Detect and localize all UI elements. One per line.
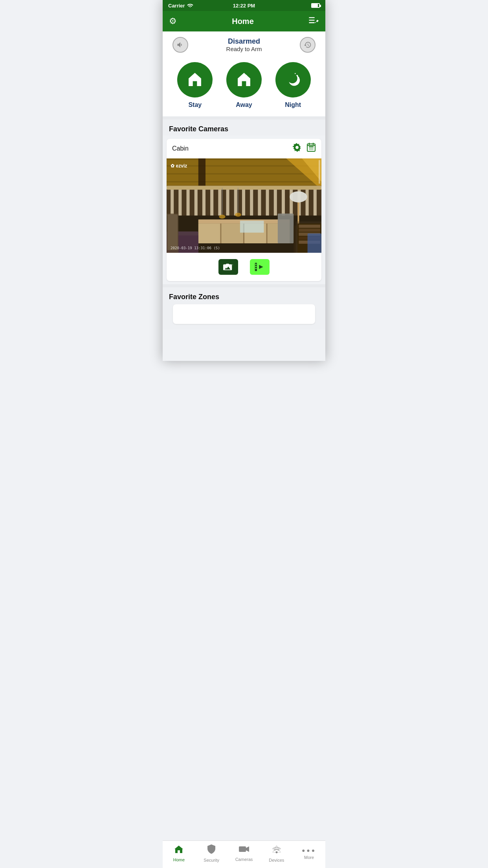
status-bar-left: Carrier [168,3,193,9]
camera-feed-image: ✿ ezviz 2020-03-19 13:31:06 (S) [167,158,321,253]
svg-rect-12 [309,146,314,147]
svg-rect-26 [187,187,190,217]
svg-rect-74 [319,160,320,184]
wifi-icon [187,3,193,9]
svg-rect-32 [234,187,237,217]
svg-point-8 [295,73,296,74]
section-divider-2 [163,284,325,287]
status-bar-right [311,3,320,8]
svg-rect-48 [221,223,243,243]
svg-rect-1 [309,17,315,18]
svg-rect-2 [309,20,315,20]
svg-point-4 [193,76,197,79]
svg-rect-3 [309,22,315,23]
playback-button[interactable] [250,259,270,275]
svg-rect-38 [282,187,285,217]
away-button[interactable]: Away [226,62,262,108]
history-icon[interactable] [300,37,316,53]
camera-calendar-icon[interactable] [306,143,316,154]
svg-rect-25 [178,187,182,217]
svg-rect-39 [290,187,293,217]
favorite-zones-title: Favorite Zones [169,293,319,301]
ezviz-logo: ✿ ezviz [171,163,187,169]
camera-actions [167,253,321,281]
svg-rect-29 [210,187,213,217]
away-icon-circle [226,62,262,97]
svg-rect-43 [167,186,321,189]
section-divider-1 [163,116,325,120]
camera-card-cabin: Cabin [167,139,321,281]
svg-rect-33 [242,187,245,217]
svg-text:2020-03-19 13:31:06   (S): 2020-03-19 13:31:06 (S) [171,246,220,250]
edit-list-icon[interactable] [309,16,319,27]
svg-point-55 [235,213,241,217]
svg-rect-51 [278,213,294,243]
alarm-status-label: Disarmed [190,37,298,46]
sound-icon[interactable] [172,37,188,53]
arm-buttons-section: Stay Away [163,58,325,116]
battery-icon [311,3,320,8]
favorite-cameras-section: Favorite Cameras [163,120,325,136]
svg-rect-70 [167,214,178,250]
favorite-zones-section: Favorite Zones [163,287,325,329]
carrier-label: Carrier [168,3,185,9]
status-bar: Carrier 12:22 PM [163,0,325,11]
settings-icon[interactable]: ⚙ [169,16,177,26]
camera-settings-icon[interactable] [292,143,302,154]
night-button[interactable]: Night [275,62,311,108]
camera-name: Cabin [172,145,189,152]
svg-rect-37 [274,187,277,217]
svg-rect-35 [258,187,261,217]
header: ⚙ Home [163,11,325,31]
alarm-sound-control[interactable] [171,37,190,53]
away-label: Away [236,101,252,108]
page-title: Home [232,17,254,26]
svg-rect-31 [226,187,229,217]
camera-card-header: Cabin [167,139,321,158]
snapshot-button[interactable] [218,259,238,275]
svg-point-9 [298,77,299,78]
favorite-cameras-title: Favorite Cameras [169,125,319,133]
stay-button[interactable]: Stay [177,62,213,108]
svg-rect-80 [255,266,257,267]
svg-rect-79 [255,264,257,265]
alarm-history-control[interactable] [298,37,317,53]
svg-rect-30 [218,187,221,217]
svg-rect-27 [194,187,198,217]
svg-text:✿ ezviz: ✿ ezviz [171,163,187,169]
svg-rect-36 [266,187,269,217]
svg-point-7 [296,75,298,77]
svg-point-53 [219,215,225,219]
svg-rect-41 [306,187,309,217]
alarm-status-center: Disarmed Ready to Arm [190,37,298,52]
camera-feed[interactable]: ✿ ezviz 2020-03-19 13:31:06 (S) [167,158,321,253]
svg-rect-28 [202,187,205,217]
stay-label: Stay [188,101,202,108]
night-icon-circle [275,62,311,97]
status-bar-time: 12:22 PM [233,3,255,9]
svg-rect-71 [308,234,321,253]
svg-rect-24 [171,187,174,217]
zones-card [173,304,315,324]
svg-rect-81 [255,268,257,269]
camera-card-icons [292,143,316,154]
svg-point-5 [241,76,244,79]
stay-icon-circle [177,62,213,97]
svg-rect-47 [198,223,220,243]
alarm-status-section: Disarmed Ready to Arm [163,31,325,58]
svg-rect-65 [299,229,320,232]
svg-point-57 [290,191,307,202]
svg-point-0 [189,7,191,7]
svg-rect-62 [240,221,264,232]
svg-rect-42 [314,187,317,217]
svg-rect-34 [250,187,253,217]
night-label: Night [285,101,301,108]
scrollable-content: Disarmed Ready to Arm Stay [163,31,325,361]
alarm-sub-status: Ready to Arm [190,46,298,52]
svg-rect-64 [299,224,320,228]
